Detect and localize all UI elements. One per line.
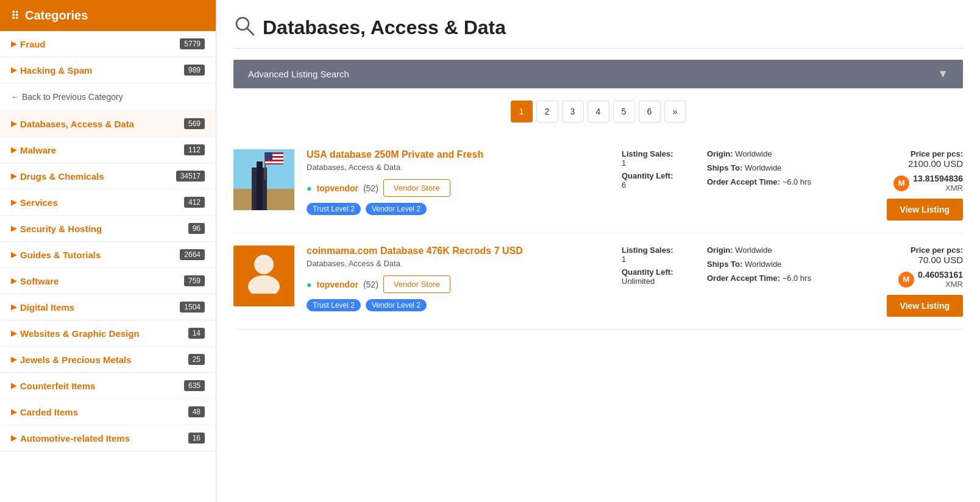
sidebar-badge: 14 — [188, 328, 205, 339]
listing-2-badges: Trust Level 2 Vendor Level 2 — [307, 299, 427, 311]
listing-2-price: Price per pcs: 70.00 USD M 0.46053161 XM… — [853, 246, 963, 317]
search-icon — [233, 15, 255, 41]
sidebar-item-label: Software — [20, 276, 59, 286]
listing-1-sales-label: Listing Sales: — [622, 149, 673, 158]
listing-1-price: Price per pcs: 2100.00 USD M 13.81594836… — [853, 149, 963, 221]
listing-1-vendor-badge: Vendor Level 2 — [366, 203, 427, 215]
chevron-right-icon: ▶ — [11, 146, 16, 154]
user-silhouette-icon — [246, 251, 282, 302]
sidebar-item-guides-tutorials[interactable]: ▶ Guides & Tutorials 2664 — [0, 242, 216, 268]
listing-2-image — [233, 246, 294, 306]
page-btn-3[interactable]: 3 — [562, 101, 584, 122]
listing-1-price-xmr-row: M 13.81594836 XMR — [853, 174, 963, 193]
sidebar-item-label: Guides & Tutorials — [20, 250, 101, 260]
listing-2-sales-row: Listing Sales: 1 — [622, 246, 695, 264]
listing-2-sales-label: Listing Sales: — [622, 246, 673, 255]
listing-1-qty-value: 6 — [622, 180, 626, 189]
sidebar-item-security-hosting[interactable]: ▶ Security & Hosting 96 — [0, 216, 216, 242]
sidebar-badge: 989 — [184, 65, 205, 76]
listing-1-vendor-store-button[interactable]: Vendor Store — [383, 179, 450, 197]
sidebar-item-databases[interactable]: ▶ Databases, Access & Data 569 — [0, 111, 216, 137]
listing-1-category: Databases, Access & Data — [307, 163, 609, 172]
sidebar-item-jewels-metals[interactable]: ▶ Jewels & Precious Metals 25 — [0, 347, 216, 373]
page-btn-1[interactable]: 1 — [511, 101, 533, 122]
page-btn-2[interactable]: 2 — [536, 101, 558, 122]
sidebar-item-hacking-spam[interactable]: ▶ Hacking & Spam 989 — [0, 57, 216, 83]
chevron-right-icon: ▶ — [11, 66, 16, 74]
svg-point-13 — [248, 275, 280, 294]
sidebar-item-label: Databases, Access & Data — [20, 119, 134, 129]
listing-1-origin-label: Origin: — [707, 149, 733, 158]
listing-2-ships-row: Ships To: Worldwide — [707, 260, 841, 269]
sidebar-badge: 759 — [184, 275, 205, 286]
svg-line-1 — [247, 29, 254, 35]
online-indicator: ● — [307, 280, 311, 289]
sidebar-item-automotive[interactable]: ▶ Automotive-related Items 16 — [0, 425, 216, 451]
listing-2-trust-badge: Trust Level 2 — [307, 299, 361, 311]
listing-1-badges: Trust Level 2 Vendor Level 2 — [307, 203, 427, 215]
page-btn-5[interactable]: 5 — [613, 101, 635, 122]
listing-1-view-button[interactable]: View Listing — [887, 199, 963, 221]
chevron-right-icon: ▶ — [11, 40, 16, 48]
sidebar-badge: 48 — [188, 406, 205, 417]
sidebar-badge: 1504 — [180, 302, 205, 313]
listing-2-ships-label: Ships To: — [707, 260, 742, 269]
sidebar-item-label: Drugs & Chemicals — [20, 171, 104, 182]
listing-2-view-button[interactable]: View Listing — [887, 295, 963, 317]
sidebar-item-software[interactable]: ▶ Software 759 — [0, 268, 216, 294]
online-indicator: ● — [307, 183, 311, 193]
listing-2-vendor-row: ● topvendor (52) Vendor Store — [307, 275, 450, 293]
listing-2-vendor-store-button[interactable]: Vendor Store — [383, 275, 450, 293]
listing-1-title[interactable]: USA database 250M Private and Fresh — [307, 149, 609, 160]
listing-1-accept-value: ~6.0 hrs — [783, 177, 811, 186]
listing-2-xmr-amount: 0.46053161 XMR — [918, 270, 963, 289]
chevron-right-icon: ▶ — [11, 172, 16, 180]
sidebar-item-label: Counterfeit Items — [20, 381, 95, 391]
chevron-right-icon: ▶ — [11, 250, 16, 259]
listing-2-qty-value: Unlimited — [622, 277, 655, 286]
chevron-right-icon: ▶ — [11, 434, 16, 442]
advanced-search-bar[interactable]: Advanced Listing Search ▼ — [233, 60, 963, 88]
listing-2-vendor-name[interactable]: topvendor — [316, 280, 358, 289]
sidebar-item-websites-graphic[interactable]: ▶ Websites & Graphic Design 14 — [0, 320, 216, 347]
listing-2-vendor-col: ● topvendor (52) Vendor Store Trust Leve… — [307, 275, 609, 311]
listing-1-xmr-unit: XMR — [913, 183, 963, 193]
back-to-previous-category[interactable]: ← Back to Previous Category — [0, 83, 216, 111]
listing-1-trust-badge: Trust Level 2 — [307, 203, 361, 215]
listing-2-title[interactable]: coinmama.com Database 476K Recrods 7 USD — [307, 246, 609, 256]
listing-2-price-label: Price per pcs: — [853, 246, 963, 255]
page-btn-next[interactable]: » — [664, 101, 686, 122]
sidebar-item-drugs-chemicals[interactable]: ▶ Drugs & Chemicals 34517 — [0, 163, 216, 189]
chevron-right-icon: ▶ — [11, 329, 16, 338]
sidebar-item-services[interactable]: ▶ Services 412 — [0, 189, 216, 216]
chevron-right-icon: ▶ — [11, 381, 16, 390]
sidebar-badge: 96 — [188, 223, 205, 234]
listing-2-category: Databases, Access & Data — [307, 259, 609, 268]
sidebar-item-label: Carded Items — [20, 407, 78, 417]
sidebar-item-counterfeit[interactable]: ▶ Counterfeit Items 635 — [0, 373, 216, 399]
page-btn-4[interactable]: 4 — [588, 101, 609, 122]
sidebar-items-list: ▶ Fraud 5779 ▶ Hacking & Spam 989 ← Back… — [0, 31, 216, 451]
sidebar-header: ⠿ Categories — [0, 0, 216, 31]
sidebar-item-label: Services — [20, 197, 58, 208]
listing-1-accept-row: Order Accept Time: ~6.0 hrs — [707, 177, 841, 186]
pagination: 1 2 3 4 5 6 » — [233, 101, 963, 122]
chevron-right-icon: ▶ — [11, 408, 16, 416]
dropdown-arrow-icon: ▼ — [937, 68, 948, 80]
listing-2-info: coinmama.com Database 476K Recrods 7 USD… — [307, 246, 609, 311]
listing-2-vendor-badge: Vendor Level 2 — [366, 299, 427, 311]
sidebar-badge: 112 — [184, 144, 205, 155]
sidebar-item-fraud[interactable]: ▶ Fraud 5779 — [0, 31, 216, 57]
sidebar-item-label: Security & Hosting — [20, 224, 102, 234]
sidebar-item-label: Hacking & Spam — [20, 65, 92, 76]
listing-2-origin-row: Origin: Worldwide — [707, 246, 841, 255]
listing-1-vendor-name[interactable]: topvendor — [316, 183, 358, 193]
listing-1-ships-label: Ships To: — [707, 163, 742, 172]
sidebar-item-carded[interactable]: ▶ Carded Items 48 — [0, 399, 216, 425]
page-btn-6[interactable]: 6 — [639, 101, 661, 122]
sidebar-badge: 25 — [188, 354, 205, 365]
sidebar-item-label: Malware — [20, 145, 56, 155]
sidebar-item-digital-items[interactable]: ▶ Digital Items 1504 — [0, 294, 216, 320]
sidebar-item-malware[interactable]: ▶ Malware 112 — [0, 137, 216, 163]
listing-2-origin-value: Worldwide — [735, 246, 772, 255]
